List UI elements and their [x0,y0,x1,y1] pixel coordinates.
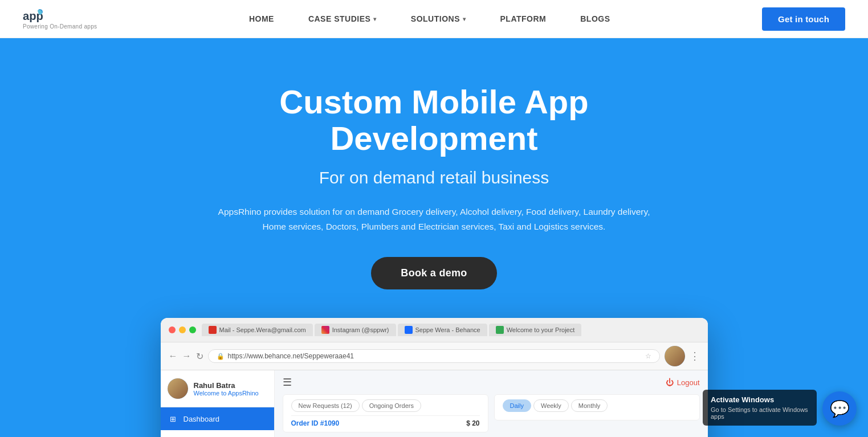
book-demo-button[interactable]: Book a demo [371,257,496,289]
browser-user-avatar [665,346,685,366]
mail-tab-icon [209,326,217,334]
hero-subtitle: For on demand retail business [319,168,549,187]
behance-tab-icon [405,326,413,334]
user-welcome: Welcome to AppsRhino [194,390,259,397]
browser-refresh-button[interactable]: ↻ [196,351,203,362]
browser-address-bar[interactable]: 🔒 https://www.behance.net/Seppeweraae41 … [208,349,660,363]
browser-tabs: Mail - Seppe.Wera@gmail.com Instagram (@… [202,324,700,336]
weekly-tab[interactable]: Weekly [533,399,569,412]
orders-card: New Requests (12) Ongoing Orders Order I… [283,394,488,432]
monthly-tab[interactable]: Monthly [571,399,608,412]
ongoing-orders-tab[interactable]: Ongoing Orders [362,399,421,412]
logout-button[interactable]: ⏻ Logout [666,378,700,387]
dashboard-content: Rahul Batra Welcome to AppsRhino ⊞ Dashb… [161,370,708,437]
nav-home[interactable]: HOME [249,14,274,23]
browser-mockup: Mail - Seppe.Wera@gmail.com Instagram (@… [161,318,708,437]
navbar: apps Powering On-Demand apps HOME CASE S… [0,0,868,38]
browser-forward-button[interactable]: → [182,351,191,361]
sidebar-item-inventory[interactable]: ◫ Inventory [161,430,274,437]
chat-icon: 💬 [830,399,850,418]
sidebar-user-info: Rahul Batra Welcome to AppsRhino [161,370,274,407]
browser-url: https://www.behance.net/Seppeweraae41 [228,352,354,360]
bookmark-icon: ☆ [645,352,651,360]
solutions-caret: ▾ [463,16,466,22]
orders-tabs: New Requests (12) Ongoing Orders [291,399,480,412]
period-tabs: Daily Weekly Monthly [503,399,691,412]
period-card: Daily Weekly Monthly [494,394,700,420]
order-id: Order ID #1090 [291,419,340,427]
hero-description: AppsRhino provides solution for on deman… [212,205,657,235]
browser-tab-mail[interactable]: Mail - Seppe.Wera@gmail.com [202,324,313,336]
logo[interactable]: apps Powering On-Demand apps [23,9,97,30]
user-name: Rahul Batra [194,381,259,390]
hamburger-icon[interactable]: ☰ [283,376,292,389]
case-studies-caret: ▾ [373,16,377,22]
browser-tab-behance[interactable]: Seppe Wera - Behance [398,324,487,336]
close-button-dot[interactable] [169,326,176,333]
chat-widget-button[interactable]: 💬 [822,391,857,426]
browser-back-button[interactable]: ← [169,351,178,361]
daily-tab[interactable]: Daily [503,399,531,412]
fullscreen-button-dot[interactable] [189,326,196,333]
browser-address-row: ← → ↻ 🔒 https://www.behance.net/Seppewer… [161,342,708,370]
browser-tab-instagram[interactable]: Instagram (@sppwr) [315,324,396,336]
activate-windows-subtitle: Go to Settings to activate Windows apps [711,406,809,420]
nav-solutions[interactable]: SOLUTIONS ▾ [411,14,466,23]
order-row: Order ID #1090 $ 20 [291,415,480,427]
power-icon: ⏻ [666,378,674,387]
dashboard-main-header: ☰ ⏻ Logout [283,376,700,389]
get-in-touch-button[interactable]: Get in touch [762,7,845,31]
browser-tab-project[interactable]: Welcome to your Project [489,324,582,336]
logo-subtitle: Powering On-Demand apps [23,23,97,30]
nav-blogs[interactable]: BLOGS [580,14,610,23]
nav-platform[interactable]: PLATFORM [500,14,547,23]
instagram-tab-icon [321,326,329,334]
windows-activate-notification: Activate Windows Go to Settings to activ… [703,390,817,426]
project-tab-icon [496,326,504,334]
browser-traffic-lights [169,326,196,333]
dashboard-grid: New Requests (12) Ongoing Orders Order I… [283,394,700,432]
hero-title: Custom Mobile App Development [178,84,691,157]
new-requests-tab[interactable]: New Requests (12) [291,399,360,412]
nav-links: HOME CASE STUDIES ▾ SOLUTIONS ▾ PLATFORM… [249,14,610,23]
sidebar-item-dashboard[interactable]: ⊞ Dashboard [161,407,274,430]
minimize-button-dot[interactable] [179,326,186,333]
lock-icon: 🔒 [217,353,225,360]
dashboard-main: ☰ ⏻ Logout New Requests (12) Ongoing Ord… [275,370,708,437]
hero-section: Custom Mobile App Development For on dem… [0,38,868,437]
dashboard-sidebar: Rahul Batra Welcome to AppsRhino ⊞ Dashb… [161,370,275,437]
nav-case-studies[interactable]: CASE STUDIES ▾ [308,14,377,23]
activate-windows-title: Activate Windows [711,395,809,404]
dashboard-icon: ⊞ [169,414,178,423]
browser-tab-bar: Mail - Seppe.Wera@gmail.com Instagram (@… [161,318,708,342]
browser-menu-icon[interactable]: ⋮ [690,350,700,362]
user-avatar [168,378,188,399]
order-price: $ 20 [466,419,479,427]
